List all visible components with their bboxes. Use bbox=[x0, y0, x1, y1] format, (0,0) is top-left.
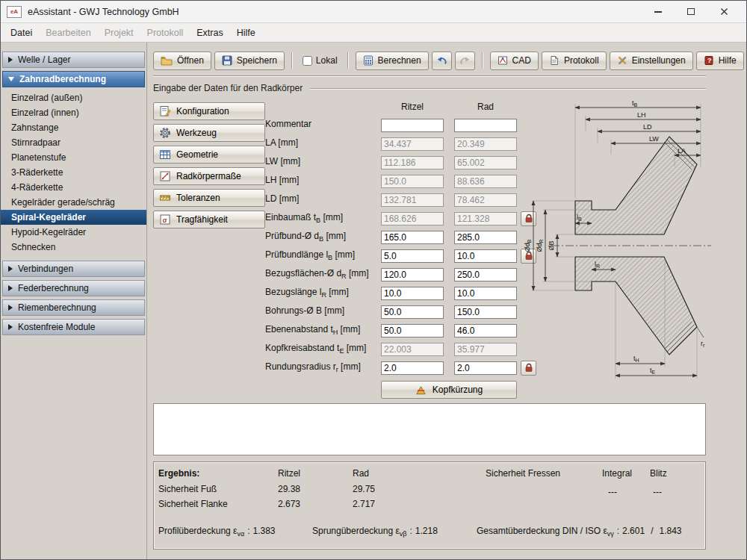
minimize-icon bbox=[654, 11, 662, 13]
form-row-bezugsflaechen: Bezugsflächen-Ø dR [mm] bbox=[265, 265, 542, 284]
results-panel: Ergebnis: Ritzel Rad Sicherheit Fressen … bbox=[153, 461, 706, 550]
ld-rad-input bbox=[454, 193, 517, 207]
lokal-label: Lokal bbox=[316, 55, 338, 66]
close-button[interactable] bbox=[707, 1, 740, 22]
kommentar-ritzel-input[interactable] bbox=[381, 119, 444, 132]
form-row-pruefbundlaenge: Prüfbundlänge lB [mm] bbox=[265, 246, 542, 265]
kopfkreisabstand-te-rad-input bbox=[454, 343, 517, 356]
rundungsradius-rr-ritzel-input[interactable] bbox=[381, 361, 444, 375]
sidebar-item-spiral-kegelraeder[interactable]: Spiral-Kegelräder bbox=[1, 210, 146, 225]
pruefbund-db-ritzel-input[interactable] bbox=[381, 231, 444, 244]
sidebar-item-kegelraeder[interactable]: Kegelräder gerade/schräg bbox=[1, 195, 146, 210]
sidebar-item-einzelrad-aussen[interactable]: Einzelrad (außen) bbox=[1, 90, 146, 105]
konfiguration-button[interactable]: Konfiguration bbox=[153, 102, 265, 120]
menu-datei[interactable]: Datei bbox=[4, 25, 39, 41]
result-integral-value: --- bbox=[608, 487, 617, 497]
kommentar-rad-input[interactable] bbox=[454, 119, 517, 132]
svg-text:rr: rr bbox=[701, 340, 705, 348]
menu-extras[interactable]: Extras bbox=[190, 25, 229, 41]
toolbar-separator bbox=[347, 52, 349, 69]
protokoll-button[interactable]: Protokoll bbox=[542, 52, 607, 70]
maximize-button[interactable] bbox=[675, 1, 707, 22]
field-label: Kommentar bbox=[265, 119, 381, 131]
sidebar-section-zahnradberechnung[interactable]: Zahnradberechnung bbox=[2, 71, 145, 87]
geometrie-button[interactable]: Geometrie bbox=[153, 146, 265, 164]
svg-text:σ: σ bbox=[163, 217, 167, 224]
sidebar-item-einzelrad-innen[interactable]: Einzelrad (innen) bbox=[1, 105, 146, 120]
ebenenabstand-th-ritzel-input[interactable] bbox=[381, 324, 444, 337]
open-folder-icon bbox=[161, 56, 173, 66]
form-row-kopfkreisabstand: Kopfkreisabstand tE [mm] bbox=[265, 340, 542, 358]
svg-text:tE: tE bbox=[650, 367, 656, 375]
settings-button[interactable]: Einstellungen bbox=[610, 52, 693, 70]
cad-icon bbox=[498, 55, 508, 66]
sidebar-section-label: Welle / Lager bbox=[18, 55, 70, 65]
app-icon-glyph: eA bbox=[10, 8, 18, 15]
bezugslaenge-lr-rad-input[interactable] bbox=[454, 287, 517, 300]
undo-button[interactable] bbox=[432, 52, 452, 70]
svg-text:ØB: ØB bbox=[548, 240, 555, 250]
menu-hilfe[interactable]: Hilfe bbox=[230, 25, 262, 41]
rundungsradius-rr-rad-input[interactable] bbox=[454, 361, 517, 375]
sidebar-section-kostenfreie-module[interactable]: Kostenfreie Module bbox=[2, 319, 145, 335]
form-row-bezugslaenge: Bezugslänge lR [mm] bbox=[265, 284, 542, 302]
kopfkuerzung-button[interactable]: Kopfkürzung bbox=[381, 381, 517, 399]
bezugsflaechen-dr-ritzel-input[interactable] bbox=[381, 268, 444, 281]
bezugslaenge-lr-ritzel-input[interactable] bbox=[381, 287, 444, 300]
app-window: eA eAssistant - GWJ Technology GmbH Date… bbox=[0, 0, 747, 560]
toleranzen-label: Toleranzen bbox=[176, 193, 220, 203]
calculate-button[interactable]: Berechnen bbox=[356, 52, 429, 70]
message-area bbox=[153, 403, 706, 455]
sidebar-item-stirnradpaar[interactable]: Stirnradpaar bbox=[1, 135, 146, 150]
sidebar-section-verbindungen[interactable]: Verbindungen bbox=[2, 261, 145, 277]
save-button[interactable]: Speichern bbox=[214, 52, 285, 70]
sidebar-item-3-raederkette[interactable]: 3-Räderkette bbox=[1, 165, 146, 180]
sidebar-section-label: Riemenberechnung bbox=[18, 302, 96, 313]
minimize-button[interactable] bbox=[642, 1, 675, 22]
result-fuss-ritzel: 29.38 bbox=[278, 484, 300, 494]
bevel-gear-diagram: tB LH LD LW LA lB lR ØdB ØdR ØB tH tE rr bbox=[523, 96, 713, 382]
gear-drawing: tB LH LD LW LA lB lR ØdB ØdR ØB tH tE rr bbox=[523, 96, 713, 382]
field-label: Bohrungs-Ø B [mm] bbox=[265, 305, 381, 317]
open-button[interactable]: Öffnen bbox=[153, 52, 211, 70]
form-row-lh: LH [mm] bbox=[265, 172, 542, 190]
sidebar-item-zahnstange[interactable]: Zahnstange bbox=[1, 120, 146, 135]
werkzeug-button[interactable]: Werkzeug bbox=[153, 124, 265, 142]
pruefbundlaenge-lb-rad-input[interactable] bbox=[454, 249, 517, 263]
radkoerpermasse-button[interactable]: Radkörpermaße bbox=[153, 167, 265, 185]
sidebar-section-federberechnung[interactable]: Federberechnung bbox=[2, 280, 145, 296]
bohrung-b-rad-input[interactable] bbox=[454, 305, 517, 319]
results-col-rad: Rad bbox=[353, 468, 369, 479]
radkoerpermasse-icon bbox=[159, 170, 171, 182]
sidebar-item-planetenstufe[interactable]: Planetenstufe bbox=[1, 150, 146, 165]
sidebar-section-riemenberechnung[interactable]: Riemenberechnung bbox=[2, 299, 145, 316]
pruefbundlaenge-lb-ritzel-input[interactable] bbox=[381, 249, 444, 263]
tragfaehigkeit-button[interactable]: σ Tragfähigkeit bbox=[153, 211, 265, 228]
werkzeug-label: Werkzeug bbox=[176, 128, 217, 138]
lokal-checkbox[interactable] bbox=[303, 56, 312, 66]
divider bbox=[153, 75, 706, 77]
divider bbox=[310, 88, 706, 90]
pruefbund-db-rad-input[interactable] bbox=[454, 231, 517, 244]
toleranzen-button[interactable]: Toleranzen bbox=[153, 189, 265, 207]
konfiguration-icon bbox=[159, 105, 171, 117]
collapsed-arrow-icon bbox=[8, 324, 13, 330]
la-ritzel-input bbox=[381, 137, 444, 151]
svg-text:LW: LW bbox=[649, 135, 659, 143]
field-label: Ebenenabstand tH [mm] bbox=[265, 324, 381, 336]
ritzel-column-header: Ritzel bbox=[381, 102, 444, 112]
bezugsflaechen-dr-rad-input[interactable] bbox=[454, 268, 517, 281]
sidebar-section-welle-lager[interactable]: Welle / Lager bbox=[2, 52, 145, 68]
undo-icon bbox=[436, 55, 447, 66]
ebenenabstand-th-rad-input[interactable] bbox=[454, 324, 517, 337]
results-col-integral: Integral bbox=[602, 468, 632, 479]
sidebar-item-schnecken[interactable]: Schnecken bbox=[1, 240, 146, 255]
help-button[interactable]: ? Hilfe bbox=[696, 52, 744, 70]
sidebar-item-4-raederkette[interactable]: 4-Räderkette bbox=[1, 180, 146, 195]
expanded-arrow-icon bbox=[8, 77, 14, 81]
cad-button[interactable]: CAD bbox=[490, 52, 539, 70]
help-button-label: Hilfe bbox=[719, 55, 737, 66]
bohrung-b-ritzel-input[interactable] bbox=[381, 305, 444, 319]
sidebar-item-hypoid-kegelraeder[interactable]: Hypoid-Kegelräder bbox=[1, 225, 146, 240]
results-header: Ergebnis: bbox=[158, 468, 199, 479]
